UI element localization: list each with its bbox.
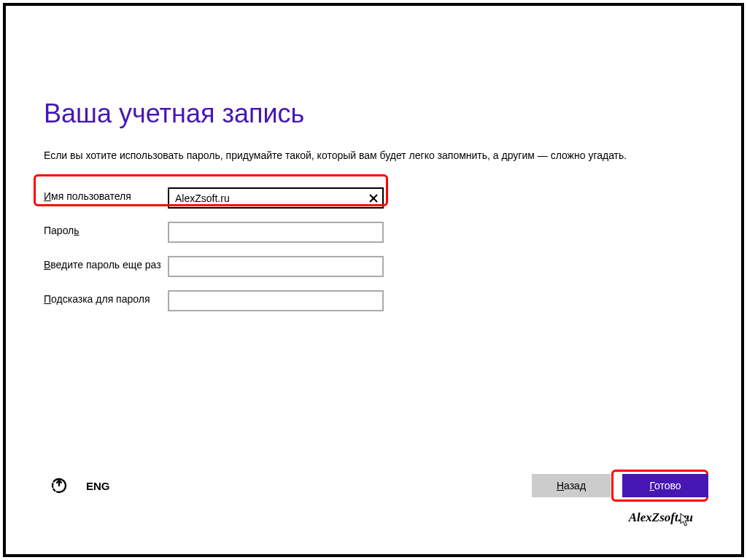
password-label: Пароль bbox=[44, 222, 168, 236]
password-input[interactable] bbox=[168, 222, 384, 243]
done-button[interactable]: Готово bbox=[622, 474, 708, 497]
hint-label: Подсказка для пароля bbox=[44, 290, 168, 305]
username-label: Имя пользователя bbox=[44, 187, 168, 202]
watermark: AlexZsoft.ru bbox=[629, 510, 693, 525]
page-title: Ваша учетная запись bbox=[44, 98, 703, 129]
ease-of-access-button[interactable] bbox=[50, 476, 69, 495]
close-icon bbox=[368, 193, 379, 203]
footer-bar: ENG Назад Готово bbox=[50, 474, 708, 497]
ease-of-access-icon bbox=[50, 476, 69, 495]
password-confirm-row: Введите пароль еще раз bbox=[44, 256, 703, 277]
back-button[interactable]: Назад bbox=[532, 474, 611, 497]
hint-row: Подсказка для пароля bbox=[44, 290, 703, 311]
password-row: Пароль bbox=[44, 222, 703, 243]
intro-text: Если вы хотите использовать пароль, прид… bbox=[44, 149, 703, 161]
language-indicator[interactable]: ENG bbox=[86, 480, 110, 492]
account-setup-panel: Ваша учетная запись Если вы хотите испол… bbox=[44, 98, 703, 324]
username-input[interactable] bbox=[168, 187, 384, 209]
password-confirm-input[interactable] bbox=[168, 256, 384, 277]
hint-input[interactable] bbox=[168, 290, 384, 311]
username-input-wrap bbox=[168, 187, 384, 209]
username-row: Имя пользователя bbox=[44, 187, 703, 209]
password-confirm-label: Введите пароль еще раз bbox=[44, 256, 168, 271]
clear-input-button[interactable] bbox=[367, 192, 380, 205]
